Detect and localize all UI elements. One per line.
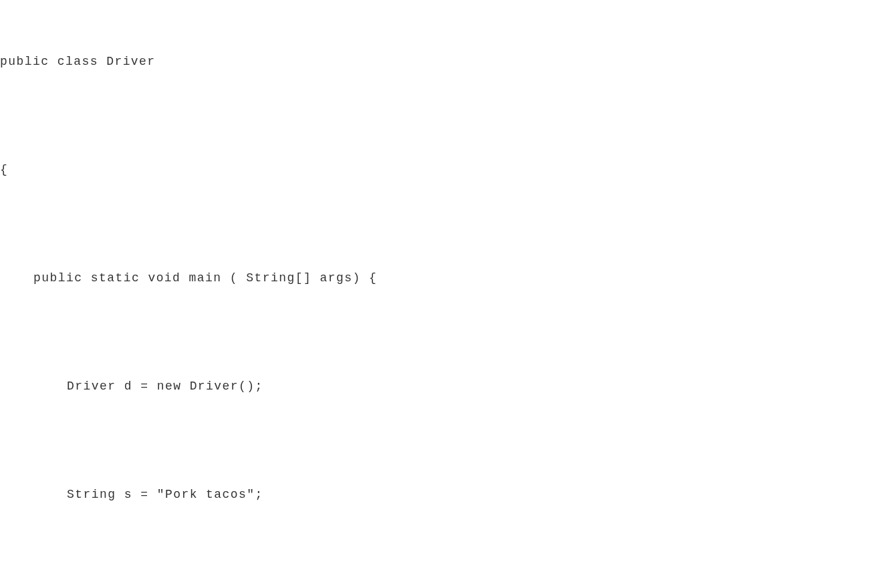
code-line: {: [0, 160, 881, 180]
code-line: Driver d = new Driver();: [0, 377, 881, 396]
code-line: String s = "Pork tacos";: [0, 485, 881, 504]
code-line: public static void main ( String[] args)…: [0, 269, 881, 288]
code-block: public class Driver { public static void…: [0, 0, 881, 588]
code-line: public class Driver: [0, 52, 881, 71]
